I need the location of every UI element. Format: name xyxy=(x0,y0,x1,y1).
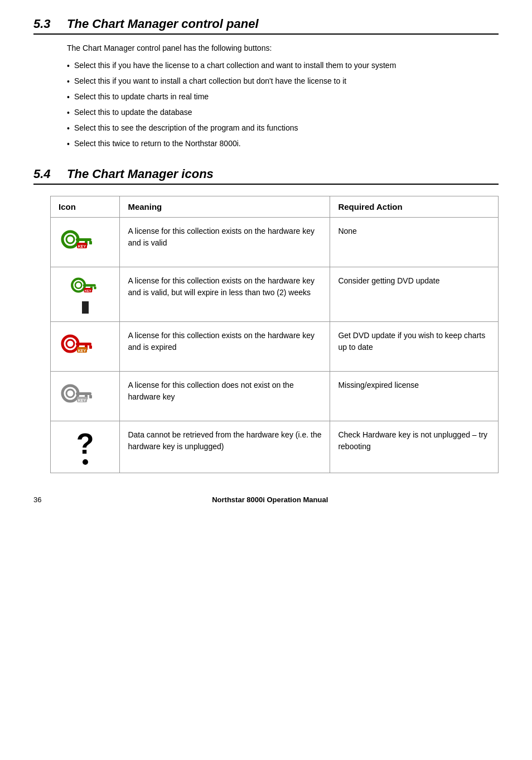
svg-point-15 xyxy=(66,340,74,348)
table-row: ? Data cannot be retrieved from the hard… xyxy=(51,421,499,473)
page-number: 36 xyxy=(33,496,41,504)
action-cell-1: None xyxy=(330,218,499,267)
icons-table: Icon Meaning Required Action xyxy=(50,196,499,473)
meaning-cell-3: A license for this collection exists on … xyxy=(120,322,330,372)
svg-text:KEY: KEY xyxy=(78,398,86,402)
section-54-number: 5.4 xyxy=(33,167,56,181)
action-cell-4: Missing/expired license xyxy=(330,372,499,421)
meaning-cell-1: A license for this collection exists on … xyxy=(120,218,330,267)
svg-point-1 xyxy=(66,235,74,243)
icon-cell-green-key: KEY xyxy=(51,218,120,267)
icon-cell-green-key-warning: KEY xyxy=(51,267,120,322)
meaning-cell-5: Data cannot be retrieved from the hardwa… xyxy=(120,421,330,473)
svg-point-22 xyxy=(66,389,74,397)
section-54-header: 5.4 The Chart Manager icons xyxy=(33,167,499,185)
page-footer: 36 Northstar 8000i Operation Manual xyxy=(33,496,499,504)
table-row: KEY A license for this collection exists… xyxy=(51,218,499,267)
question-mark-icon: ? xyxy=(59,429,112,465)
svg-rect-9 xyxy=(83,284,96,286)
question-dot-icon xyxy=(83,459,88,465)
section-53-title: The Chart Manager control panel xyxy=(67,17,259,31)
svg-rect-23 xyxy=(76,392,91,395)
section-54-title: The Chart Manager icons xyxy=(67,167,214,181)
svg-rect-18 xyxy=(89,345,92,349)
grey-key-icon: KEY xyxy=(59,379,98,413)
section-54: 5.4 The Chart Manager icons Icon Meaning… xyxy=(33,167,499,473)
section-53-intro: The Chart Manager control panel has the … xyxy=(67,42,499,54)
svg-point-14 xyxy=(62,336,78,352)
svg-point-8 xyxy=(75,282,81,288)
section-53-number: 5.3 xyxy=(33,17,56,31)
col-header-icon: Icon xyxy=(51,196,120,218)
list-item: Select this if you want to install a cha… xyxy=(67,75,499,88)
table-row: KEY A license for this collection exists… xyxy=(51,267,499,322)
svg-rect-4 xyxy=(89,241,92,244)
svg-point-21 xyxy=(62,386,78,401)
svg-text:KEY: KEY xyxy=(78,244,86,248)
svg-rect-25 xyxy=(89,395,92,398)
section-53: 5.3 The Chart Manager control panel The … xyxy=(33,17,499,150)
red-key-icon: KEY xyxy=(59,330,98,363)
meaning-cell-2: A license for this collection exists on … xyxy=(120,267,330,322)
list-item: Select this to update the database xyxy=(67,107,499,119)
section-53-bullets: Select this if you have the license to a… xyxy=(67,60,499,150)
action-cell-2: Consider getting DVD update xyxy=(330,267,499,322)
svg-text:KEY: KEY xyxy=(85,289,91,292)
svg-text:KEY: KEY xyxy=(78,349,86,353)
section-53-header: 5.3 The Chart Manager control panel xyxy=(33,17,499,35)
svg-rect-16 xyxy=(76,343,91,345)
meaning-cell-4: A license for this collection does not e… xyxy=(120,372,330,421)
svg-rect-2 xyxy=(76,238,91,241)
icon-cell-red-key: KEY xyxy=(51,322,120,372)
footer-title: Northstar 8000i Operation Manual xyxy=(212,496,328,504)
green-key-icon: KEY xyxy=(59,225,98,259)
warning-block-icon xyxy=(82,301,89,314)
action-cell-3: Get DVD update if you wish to keep chart… xyxy=(330,322,499,372)
col-header-action: Required Action xyxy=(330,196,499,218)
list-item: Select this if you have the license to a… xyxy=(67,60,499,72)
svg-point-7 xyxy=(72,279,85,292)
svg-rect-11 xyxy=(94,286,96,289)
list-item: Select this to update charts in real tim… xyxy=(67,91,499,103)
col-header-meaning: Meaning xyxy=(120,196,330,218)
table-header-row: Icon Meaning Required Action xyxy=(51,196,499,218)
table-row: KEY A license for this collection does n… xyxy=(51,372,499,421)
icon-cell-grey-key: KEY xyxy=(51,372,120,421)
list-item: Select this to see the description of th… xyxy=(67,122,499,134)
svg-point-0 xyxy=(62,232,78,247)
icon-cell-question: ? xyxy=(51,421,120,473)
list-item: Select this twice to return to the North… xyxy=(67,138,499,150)
action-cell-5: Check Hardware key is not unplugged – tr… xyxy=(330,421,499,473)
table-row: KEY A license for this collection exists… xyxy=(51,322,499,372)
green-key-warning-icon: KEY xyxy=(59,275,112,314)
